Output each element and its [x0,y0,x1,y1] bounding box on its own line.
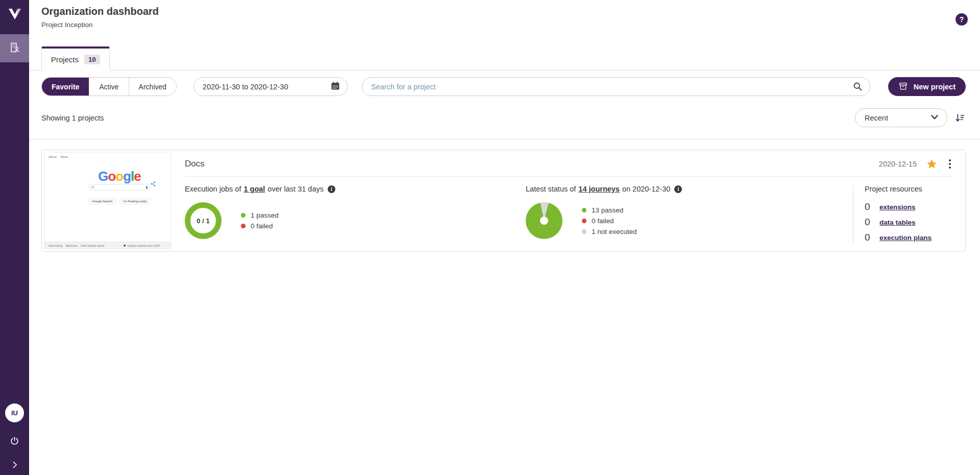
star-icon [926,163,937,171]
page-subtitle: Project Inception [41,21,968,29]
logout-button[interactable] [9,436,20,446]
sidebar-expand-button[interactable] [11,461,19,469]
thumbnail-mic-icon [146,186,148,189]
info-icon[interactable] [674,185,682,193]
project-search [362,77,870,96]
thumbnail-search-bar [88,184,151,191]
new-project-box-icon [898,81,908,92]
execution-plans-link[interactable]: execution plans [879,234,932,242]
tab-projects-label: Projects [51,55,79,64]
project-title[interactable]: Docs [185,159,205,169]
goal-link[interactable]: 1 goal [243,185,265,193]
info-icon[interactable] [328,185,335,193]
app-logo[interactable] [0,0,29,29]
page-title: Organization dashboard [41,6,968,17]
new-project-button[interactable]: New project [888,77,966,96]
execution-plans-count: 0 [865,232,871,243]
passed-dot [582,208,586,212]
status-legend: 13 passed 0 failed 1 not executed [582,206,637,235]
sort-dropdown[interactable]: Recent [855,108,947,127]
project-resources-title: Project resources [865,185,953,193]
execution-jobs-heading: Execution jobs of 1 goal over last 31 da… [185,185,526,193]
project-thumbnail[interactable]: AboutStore Google Go [44,152,172,249]
sidebar: IU [0,0,29,475]
failed-dot [582,219,586,223]
showing-count-text: Showing 1 projects [41,114,104,122]
chevron-down-icon [929,111,940,124]
chevron-right-icon [11,462,19,470]
calendar-icon [330,81,340,92]
data-tables-link[interactable]: data tables [879,219,916,226]
filter-archived-button[interactable]: Archived [129,78,176,96]
favorite-star-button[interactable] [926,159,937,170]
project-resources-section: Project resources 0 extensions 0 data ta… [853,185,953,251]
extensions-count: 0 [865,201,871,212]
card-title-divider [185,176,953,177]
sort-descending-icon [954,117,966,125]
latest-status-heading: Latest status of 14 journeys on 2020-12-… [526,185,853,193]
power-icon [9,439,20,448]
search-icon [852,86,863,93]
tab-projects-count-badge: 10 [84,55,100,64]
thumbnail-footer: Advertising Business How Search works Ca… [44,242,171,249]
thumbnail-leaf-icon [124,245,126,247]
failed-dot [241,224,246,228]
question-mark-icon: ? [960,15,964,23]
thumbnail-google-page: Google Google Search I'm Feeling Lucky [71,153,168,242]
status-pie-chart [526,202,562,239]
date-range-picker[interactable]: 2020-11-30 to 2020-12-30 [193,77,348,96]
new-project-label: New project [914,83,955,91]
execution-jobs-section: Execution jobs of 1 goal over last 31 da… [185,185,526,251]
search-button[interactable] [852,81,863,92]
not-executed-dot [582,229,586,234]
project-card-content: Docs 2020-12-15 [174,150,965,251]
latest-status-section: Latest status of 14 journeys on 2020-12-… [526,185,853,251]
thumbnail-share-icon [151,179,156,188]
search-input[interactable] [371,83,852,91]
filter-active-button[interactable]: Active [89,78,128,96]
sort-dropdown-value: Recent [865,114,888,122]
resource-row: 0 execution plans [865,232,953,243]
controls-row: Favorite Active Archived 2020-11-30 to 2… [41,77,966,96]
organization-icon [9,41,21,56]
sidebar-bottom: IU [0,403,29,469]
project-filter-group: Favorite Active Archived [41,77,177,96]
project-card-header: Docs 2020-12-15 [185,158,953,170]
resource-row: 0 extensions [865,201,953,212]
data-tables-count: 0 [865,217,871,228]
execution-donut-chart: 0 / 1 [185,202,222,239]
page-header: Organization dashboard Project Inception… [29,0,980,46]
date-range-value: 2020-11-30 to 2020-12-30 [203,83,288,91]
project-card: AboutStore Google Go [41,150,966,252]
thumbnail-top-links: AboutStore [48,155,68,158]
project-card-body: Execution jobs of 1 goal over last 31 da… [185,185,953,251]
execution-legend: 1 passed 0 failed [241,211,279,230]
section-divider [29,139,980,139]
help-button[interactable]: ? [955,13,968,26]
filter-favorite-button[interactable]: Favorite [42,78,89,96]
project-date: 2020-12-15 [879,160,917,168]
virtuoso-logo-icon [8,8,22,22]
extensions-link[interactable]: extensions [879,203,916,211]
thumbnail-google-buttons: Google Search I'm Feeling Lucky [71,198,168,205]
tab-bar: Projects 10 [29,46,980,70]
passed-dot [241,213,246,218]
execution-donut-label: 0 / 1 [197,217,209,225]
tab-projects[interactable]: Projects 10 [41,46,110,70]
main-content: Organization dashboard Project Inception… [29,0,980,252]
journeys-link[interactable]: 14 journeys [578,185,620,193]
sort-direction-button[interactable] [954,112,966,124]
sidebar-item-organization[interactable] [0,34,29,62]
resource-row: 0 data tables [865,217,953,228]
thumbnail-magnifier-icon [91,186,94,188]
list-toolbar: Showing 1 projects Recent [41,108,966,127]
project-menu-button[interactable] [947,158,953,170]
user-avatar[interactable]: IU [5,403,24,422]
